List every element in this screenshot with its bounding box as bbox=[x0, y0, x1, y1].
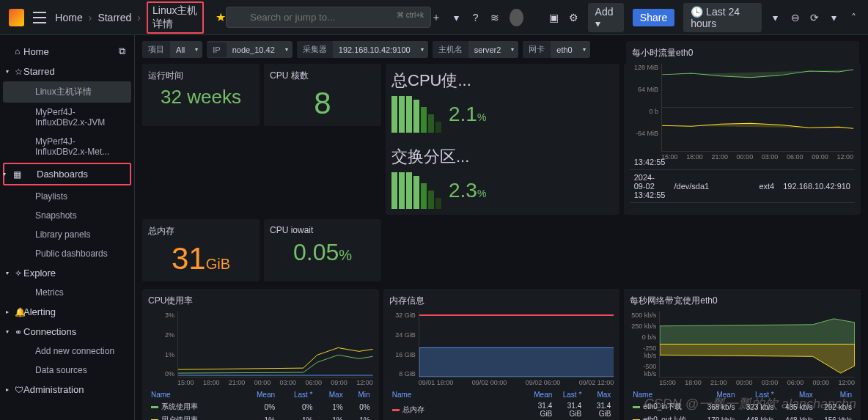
chevron-down-icon[interactable]: ▾ bbox=[451, 11, 462, 24]
dashboard-icon: ▦ bbox=[13, 169, 21, 180]
chevron-right-icon: › bbox=[137, 12, 141, 23]
table-row[interactable]: 2024-09-02 13:42:55/dev/sda1ext4192.168.… bbox=[630, 170, 855, 203]
add-button[interactable]: Add ▾ bbox=[588, 3, 624, 32]
kbd-hint: ⌘ ctrl+k bbox=[397, 11, 424, 19]
sidebar-item-addconn[interactable]: Add new connection bbox=[0, 342, 134, 361]
panel-add-icon[interactable]: ▣ bbox=[548, 11, 559, 24]
grafana-logo[interactable] bbox=[9, 9, 24, 26]
sidebar-dashboards[interactable]: ▾▦Dashboards bbox=[3, 163, 131, 185]
panel-title: 运行时间 bbox=[148, 70, 254, 82]
bc-home[interactable]: Home bbox=[55, 12, 82, 23]
legend-row[interactable]: 用户使用率1%1%1%1% bbox=[148, 413, 373, 420]
caret-down-icon: ▾ bbox=[6, 328, 9, 335]
collapse-icon[interactable]: ˄ bbox=[848, 11, 859, 24]
sidebar-item-snapshots[interactable]: Snapshots bbox=[0, 206, 134, 225]
sidebar-item-datasources[interactable]: Data sources bbox=[0, 361, 134, 380]
sidebar-item-metrics[interactable]: Metrics bbox=[0, 283, 134, 302]
chart-body bbox=[419, 312, 614, 377]
star-icon: ☆ bbox=[15, 67, 23, 77]
chevron-down-icon: ▾ bbox=[191, 46, 202, 53]
sidebar-starred[interactable]: ▾☆Starred bbox=[0, 62, 134, 81]
legend-row[interactable]: eth0_in下载368 kb/s323 kb/s435 kb/s292 kb/… bbox=[630, 400, 855, 413]
panel-total-cpu[interactable]: 总CPU使... 2.1% 交换分区... 2.3% bbox=[386, 64, 619, 215]
sidebar-item-public[interactable]: Public dashboards bbox=[0, 244, 134, 263]
top-nav: Home › Starred › Linux主机详情 ★ ⌘ ctrl+k ＋ … bbox=[0, 0, 868, 35]
refresh-icon[interactable]: ⟳ bbox=[809, 11, 820, 24]
panel-mem-info[interactable]: 内存信息32 GiB24 GiB16 GiB8 GiB09/01 18:0009… bbox=[383, 289, 620, 420]
caret-right-icon: ▸ bbox=[6, 386, 9, 393]
gauge-bars bbox=[391, 96, 441, 133]
legend-row[interactable]: 总内存31.4 GiB31.4 GiB31.4 GiB bbox=[389, 400, 614, 419]
panel-uptime[interactable]: 运行时间 32 weeks bbox=[142, 64, 260, 126]
chevron-right-icon: › bbox=[89, 12, 92, 23]
panel-cpu-usage[interactable]: CPU使用率3%2%1%0%15:0018:0021:0000:0003:000… bbox=[142, 289, 379, 420]
compass-icon: ✧ bbox=[15, 268, 22, 279]
nav-actions: ＋ ▾ ? ≋ ▣ ⚙ Add ▾ Share 🕓 Last 24 hours … bbox=[431, 3, 859, 32]
sidebar-home[interactable]: ⌂Home⧉ bbox=[0, 41, 134, 62]
bc-current[interactable]: Linux主机详情 bbox=[147, 1, 204, 34]
help-icon[interactable]: ? bbox=[470, 11, 481, 24]
panel-title: 每秒网络带宽使用eth0 bbox=[630, 295, 855, 307]
chevron-down-icon: ▾ bbox=[416, 46, 428, 53]
legend-row[interactable]: eth0_out上传170 kb/s448 kb/s448 kb/s156 kb… bbox=[630, 413, 855, 420]
panel-iowait[interactable]: CPU iowait 0.05% bbox=[264, 219, 381, 281]
menu-icon[interactable] bbox=[33, 12, 46, 23]
filter-nic[interactable]: 网卡eth0▾ bbox=[523, 41, 589, 58]
legend-table: NameMeanLast *MaxMineth0_in下载368 kb/s323… bbox=[630, 389, 855, 420]
legend-table: NameMeanLast *MaxMin系统使用率0%0%1%0%用户使用率1%… bbox=[148, 389, 373, 420]
chevron-down-icon[interactable]: ▾ bbox=[829, 11, 840, 24]
time-range[interactable]: 🕓 Last 24 hours bbox=[683, 3, 761, 32]
main: 项目All▾ IPnode_10.42▾ 采集器192.168.10.42:91… bbox=[135, 35, 868, 420]
panel-title: CPU iowait bbox=[270, 225, 375, 235]
chevron-down-icon: ▾ bbox=[281, 46, 293, 53]
panel-title: 每小时流量eth0 bbox=[632, 47, 853, 59]
panel-title: CPU 核数 bbox=[270, 70, 375, 82]
panel-total-mem[interactable]: 总内存 31GiB bbox=[142, 219, 260, 281]
filter-host[interactable]: 主机名server2▾ bbox=[433, 41, 519, 58]
sidebar-item-met[interactable]: MyPerf4J-InfluxDBv2.x-Met... bbox=[0, 132, 134, 161]
panel-cpu-cores[interactable]: CPU 核数 8 bbox=[264, 64, 381, 126]
filter-project[interactable]: 项目All▾ bbox=[142, 41, 202, 58]
gauge-bars bbox=[391, 172, 441, 209]
caret-down-icon: ▾ bbox=[6, 270, 9, 276]
breadcrumb: Home › Starred › Linux主机详情 ★ bbox=[55, 1, 226, 34]
caret-down-icon: ▾ bbox=[6, 68, 9, 75]
filter-collector[interactable]: 采集器192.168.10.42:9100▾ bbox=[297, 41, 428, 58]
sidebar-alerting[interactable]: ▸🔔Alerting bbox=[0, 302, 134, 322]
sidebar-item-playlists[interactable]: Playlists bbox=[0, 187, 134, 206]
panel-title: CPU使用率 bbox=[148, 295, 373, 307]
avatar[interactable] bbox=[510, 9, 524, 26]
sidebar-item-jvm[interactable]: MyPerf4J-InfluxDBv2.x-JVM bbox=[0, 103, 134, 132]
dock-icon[interactable]: ⧉ bbox=[119, 45, 125, 57]
sidebar-item-linux[interactable]: Linux主机详情 bbox=[3, 81, 131, 103]
home-icon: ⌂ bbox=[15, 46, 20, 56]
sidebar-item-library[interactable]: Library panels bbox=[0, 225, 134, 244]
sidebar-connections[interactable]: ▾⚭Connections bbox=[0, 322, 134, 342]
gauge-value: 2.1% bbox=[449, 103, 486, 126]
sidebar-admin[interactable]: ▸🛡Administration bbox=[0, 380, 134, 399]
gauge-value: 2.3% bbox=[449, 179, 486, 202]
stat-value: 8 bbox=[270, 86, 375, 120]
legend-row[interactable]: 系统使用率0%0%1%0% bbox=[148, 400, 373, 413]
sidebar: ⌂Home⧉ ▾☆Starred Linux主机详情 MyPerf4J-Infl… bbox=[0, 35, 135, 420]
panel-title: 内存信息 bbox=[389, 295, 614, 307]
stat-value: 32 weeks bbox=[148, 86, 254, 108]
news-icon[interactable]: ≋ bbox=[490, 11, 501, 24]
filter-ip[interactable]: IPnode_10.42▾ bbox=[207, 41, 293, 58]
panel-hourly-traffic[interactable]: 每小时流量eth0 128 MiB64 MiB0 b-64 MiB 15:001… bbox=[626, 41, 859, 158]
star-icon[interactable]: ★ bbox=[216, 10, 226, 24]
panel-title: 总CPU使... bbox=[391, 70, 614, 92]
zoom-out-icon[interactable]: ⊖ bbox=[790, 11, 801, 24]
plus-icon[interactable]: ＋ bbox=[431, 11, 442, 24]
share-button[interactable]: Share bbox=[633, 9, 674, 26]
chart-body bbox=[661, 64, 853, 152]
chevron-down-icon: ▾ bbox=[507, 46, 518, 53]
search-bar: ⌘ ctrl+k bbox=[226, 7, 431, 28]
chevron-down-icon[interactable]: ▾ bbox=[770, 11, 781, 24]
panel-title: 总内存 bbox=[148, 225, 254, 237]
gear-icon[interactable]: ⚙ bbox=[568, 11, 579, 24]
sidebar-explore[interactable]: ▾✧Explore bbox=[0, 263, 134, 283]
caret-down-icon: ▾ bbox=[3, 171, 6, 177]
panel-net-bw[interactable]: 每秒网络带宽使用eth0500 kb/s250 kb/s0 b/s-250 kb… bbox=[624, 289, 861, 420]
bc-starred[interactable]: Starred bbox=[98, 12, 131, 23]
